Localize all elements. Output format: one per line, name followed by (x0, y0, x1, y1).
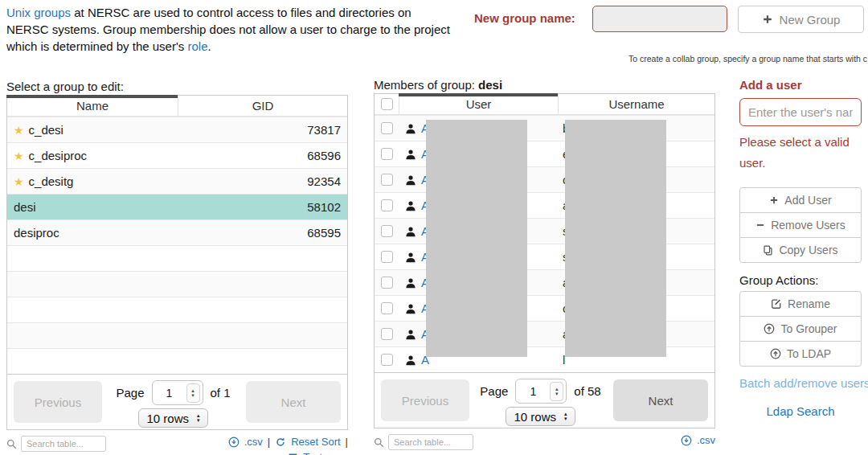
group-name: c_desi (29, 123, 63, 137)
csv-link[interactable]: .csv (697, 434, 715, 446)
page-count-label: of 58 (574, 384, 600, 398)
next-button[interactable]: Next (246, 381, 341, 423)
intro-paragraph: Unix groups at NERSC are used to control… (6, 4, 450, 55)
add-user-title: Add a user (739, 78, 868, 92)
group-gid: 92354 (178, 174, 347, 188)
group-gid: 73817 (178, 123, 347, 137)
redacted-username-column (565, 120, 666, 357)
members-table-header: User Username (375, 94, 714, 115)
page-stepper-icon[interactable]: ▴▾ (186, 383, 200, 403)
group-row[interactable]: ★c_desitg 92354 (7, 168, 347, 194)
group-actions-group: Rename To Grouper To LDAP (739, 291, 862, 367)
remove-users-button[interactable]: Remove Users (739, 212, 862, 238)
members-panel: Members of group: desi User Username A b… (374, 78, 715, 450)
star-icon[interactable]: ★ (14, 150, 24, 162)
column-header-username[interactable]: Username (559, 94, 714, 114)
edit-pencil-icon (771, 298, 782, 309)
csv-download-icon (681, 435, 692, 446)
column-header-name[interactable]: Name (7, 96, 178, 116)
row-checkbox[interactable] (381, 277, 393, 289)
row-checkbox[interactable] (381, 122, 393, 134)
csv-link[interactable]: .csv (244, 436, 263, 448)
star-icon[interactable]: ★ (14, 175, 24, 188)
group-row-selected[interactable]: desi 58102 (7, 194, 347, 219)
group-name: c_desiproc (29, 149, 88, 162)
previous-button[interactable]: Previous (381, 379, 469, 421)
person-icon (405, 303, 416, 314)
group-gid: 68596 (178, 149, 347, 162)
to-grouper-button-label: To Grouper (780, 322, 837, 335)
members-group-name: desi (478, 78, 502, 92)
ldap-search-link[interactable]: Ldap Search (739, 404, 862, 418)
empty-row (7, 245, 347, 271)
unix-groups-link[interactable]: Unix groups (6, 6, 71, 19)
role-link[interactable]: role (187, 39, 207, 53)
select-arrows-icon: ▴▾ (564, 412, 567, 421)
members-pagination: Previous Page 1 ▴▾ of 58 10 rows ▴▾ Next (375, 372, 714, 428)
empty-row (7, 297, 347, 322)
rows-per-page-select[interactable]: 10 rows ▴▾ (138, 408, 207, 428)
star-icon[interactable]: ★ (14, 124, 24, 137)
members-panel-title: Members of group: desi (374, 78, 715, 90)
csv-download-icon (228, 437, 240, 448)
row-checkbox[interactable] (381, 225, 393, 237)
new-group-button[interactable]: New Group (738, 6, 864, 33)
row-checkbox[interactable] (381, 148, 393, 160)
row-checkbox[interactable] (381, 302, 393, 314)
add-user-button[interactable]: Add User (739, 187, 862, 213)
groups-panel-title: Select a group to edit: (6, 80, 348, 92)
new-group-name-input[interactable] (592, 6, 727, 32)
person-icon (405, 123, 416, 134)
page-stepper-icon[interactable]: ▴▾ (550, 382, 563, 401)
previous-button[interactable]: Previous (14, 381, 102, 423)
groups-table: Name GID ★c_desi 73817 ★c_desiproc 68596… (6, 95, 348, 430)
column-header-gid[interactable]: GID (178, 96, 347, 116)
groups-rows: ★c_desi 73817 ★c_desiproc 68596 ★c_desit… (7, 117, 347, 374)
rows-per-page-select[interactable]: 10 rows ▴▾ (506, 407, 575, 426)
to-ldap-button[interactable]: To LDAP (739, 341, 862, 367)
group-row[interactable]: ★c_desi 73817 (7, 117, 347, 142)
reset-sort-icon (275, 437, 286, 448)
text-wrap-link[interactable]: Text wrap (303, 451, 348, 455)
page-number-input[interactable]: 1 ▴▾ (152, 380, 203, 405)
upload-circle-icon (770, 348, 781, 359)
group-row[interactable]: desiproc 68595 (7, 219, 347, 245)
user-actions-group: Add User Remove Users Copy Users (739, 187, 862, 263)
plus-icon (762, 14, 773, 25)
row-checkbox[interactable] (381, 354, 393, 366)
page-label: Page (480, 384, 508, 398)
members-table: User Username A b A e A c A a (374, 93, 715, 428)
members-search-input[interactable] (388, 434, 473, 450)
rename-button[interactable]: Rename (739, 291, 862, 317)
groups-search-input[interactable] (21, 436, 106, 452)
next-button[interactable]: Next (613, 379, 708, 421)
group-name: c_desitg (29, 174, 74, 188)
upload-circle-icon (764, 323, 775, 334)
row-checkbox[interactable] (381, 199, 393, 211)
person-icon (405, 277, 416, 289)
row-checkbox[interactable] (381, 251, 393, 263)
group-name: desi (14, 200, 36, 214)
add-user-button-label: Add User (784, 194, 831, 207)
search-icon (6, 439, 17, 449)
page-number-input[interactable]: 1 ▴▾ (515, 379, 567, 404)
person-icon (405, 149, 416, 160)
to-grouper-button[interactable]: To Grouper (739, 316, 862, 342)
copy-users-button[interactable]: Copy Users (739, 237, 862, 263)
row-checkbox[interactable] (381, 328, 393, 340)
select-all-checkbox[interactable] (381, 98, 393, 110)
column-header-user[interactable]: User (399, 94, 559, 114)
row-checkbox[interactable] (381, 174, 393, 186)
add-user-input[interactable] (739, 98, 862, 126)
clipboard-icon (763, 245, 773, 256)
reset-sort-link[interactable]: Reset Sort (291, 436, 340, 448)
plus-icon (769, 195, 779, 205)
group-row[interactable]: ★c_desiproc 68596 (7, 142, 347, 168)
empty-row (7, 322, 347, 348)
minus-icon (755, 220, 765, 230)
page-label: Page (116, 386, 144, 400)
batch-add-remove-link[interactable]: Batch add/remove users (739, 376, 862, 390)
group-gid: 58102 (178, 200, 347, 214)
intro-text-1: at NERSC are used to control access to f… (6, 6, 450, 53)
members-title-prefix: Members of group: (374, 78, 478, 92)
